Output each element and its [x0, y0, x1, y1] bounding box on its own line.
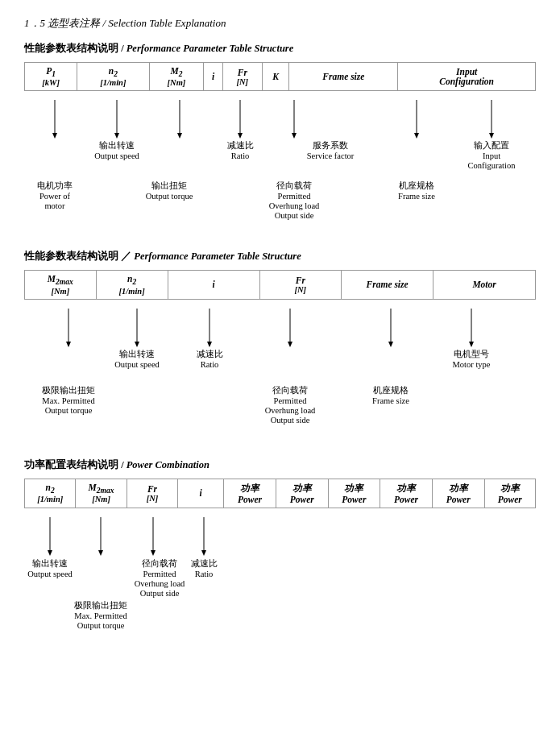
th-n2: n2[1/min] — [77, 63, 149, 91]
th3-power5: 功率Power — [432, 479, 484, 508]
section1-block: 性能参数表结构说明 / Performance Parameter Table … — [24, 42, 536, 232]
svg-text:极限输出扭矩: 极限输出扭矩 — [41, 385, 95, 395]
svg-marker-11 — [414, 133, 419, 139]
th-input-config: InputConfiguration — [398, 63, 536, 91]
svg-marker-39 — [207, 342, 212, 347]
page-title: 1．5 选型表注释 / Selection Table Explanation — [24, 16, 536, 31]
svg-text:Configuration: Configuration — [468, 161, 516, 170]
section2-diagram: 输出转速 Output speed 减速比 Ratio 电机型号 Motor t… — [24, 305, 536, 437]
section3-table: n2[1/min] M2max[Nm] Fr[N] i 功率Power 功率Po… — [24, 479, 536, 508]
svg-text:输出扭矩: 输出扭矩 — [151, 180, 187, 190]
svg-text:Output  torque: Output torque — [45, 406, 93, 415]
svg-text:Permitted: Permitted — [278, 192, 312, 201]
svg-marker-41 — [288, 342, 292, 347]
th-k: K — [262, 63, 288, 91]
svg-text:Overhung load: Overhung load — [265, 406, 316, 415]
svg-marker-37 — [135, 342, 139, 347]
svg-text:减速比: 减速比 — [197, 349, 223, 358]
th-i: i — [204, 63, 222, 91]
th3-power1: 功率Power — [224, 479, 276, 508]
section1-table: P1[kW] n2[1/min] M2[Nm] i Fr[N] K Frame … — [24, 62, 536, 91]
th-fr: Fr[N] — [222, 63, 262, 91]
svg-text:Output torque: Output torque — [146, 192, 193, 201]
svg-text:Output speed: Output speed — [114, 360, 160, 369]
svg-text:Input: Input — [483, 151, 500, 160]
svg-text:输出转速: 输出转速 — [99, 140, 135, 150]
svg-text:Ratio: Ratio — [231, 151, 250, 160]
section1-diagram: 输出转速 Output speed 减速比 Ratio 服务系数 Service… — [24, 96, 536, 229]
th2-motor: Motor — [433, 271, 536, 299]
svg-text:Output side: Output side — [275, 211, 314, 220]
svg-text:径向载荷: 径向载荷 — [276, 180, 312, 190]
svg-text:Ratio: Ratio — [201, 360, 219, 369]
svg-text:电机功率: 电机功率 — [37, 180, 73, 190]
svg-marker-43 — [388, 342, 393, 347]
th2-fr: Fr[N] — [259, 271, 341, 299]
svg-text:Ratio: Ratio — [195, 570, 214, 578]
svg-text:Output speed: Output speed — [27, 570, 73, 578]
th3-power6: 功率Power — [484, 479, 536, 508]
th3-power4: 功率Power — [380, 479, 433, 508]
section3-block: 功率配置表结构说明 / Power Combination n2[1/min] … — [24, 458, 536, 665]
svg-text:输出转速: 输出转速 — [32, 558, 68, 568]
svg-text:Frame size: Frame size — [398, 192, 435, 201]
svg-text:Output speed: Output speed — [94, 151, 139, 160]
svg-text:电机型号: 电机型号 — [454, 349, 489, 358]
th-framesize: Frame size — [289, 63, 398, 91]
svg-marker-7 — [238, 133, 243, 139]
svg-text:机座规格: 机座规格 — [373, 385, 409, 395]
svg-text:极限输出扭矩: 极限输出扭矩 — [73, 600, 127, 610]
svg-text:Service factor: Service factor — [307, 151, 355, 160]
th3-power3: 功率Power — [328, 479, 380, 508]
th2-i: i — [168, 271, 259, 299]
svg-marker-66 — [151, 550, 156, 556]
svg-marker-13 — [489, 133, 494, 139]
svg-text:Motor type: Motor type — [453, 360, 491, 369]
svg-text:输入配置: 输入配置 — [474, 140, 509, 150]
svg-text:径向载荷: 径向载荷 — [142, 558, 177, 568]
th3-fr: Fr[N] — [127, 479, 177, 508]
svg-marker-1 — [52, 133, 57, 139]
svg-text:Permitted: Permitted — [143, 570, 177, 578]
section2-block: 性能参数表结构说明 ／ Performance Parameter Table … — [24, 250, 536, 440]
svg-marker-3 — [114, 133, 119, 139]
section3-title: 功率配置表结构说明 / Power Combination — [24, 458, 536, 472]
svg-marker-5 — [177, 133, 182, 139]
th2-framesize: Frame size — [342, 271, 433, 299]
svg-text:减速比: 减速比 — [227, 140, 254, 150]
svg-marker-68 — [201, 550, 206, 556]
th3-m2max: M2max[Nm] — [76, 479, 127, 508]
section3-diagram: 输出转速 Output speed 径向载荷 Permitted Overhun… — [24, 513, 536, 662]
th2-n2: n2[1/min] — [96, 271, 168, 299]
section1-title: 性能参数表结构说明 / Performance Parameter Table … — [24, 42, 536, 56]
svg-text:服务系数: 服务系数 — [313, 140, 348, 150]
svg-text:减速比: 减速比 — [191, 558, 218, 568]
th-p1: P1[kW] — [25, 63, 77, 91]
th3-i: i — [178, 479, 224, 508]
svg-text:径向载荷: 径向载荷 — [272, 385, 308, 395]
svg-marker-45 — [469, 342, 474, 347]
svg-marker-64 — [98, 550, 103, 556]
svg-text:Max. Permitted: Max. Permitted — [42, 396, 95, 405]
svg-text:Overhung load: Overhung load — [269, 201, 320, 210]
section2-title: 性能参数表结构说明 ／ Performance Parameter Table … — [24, 250, 536, 263]
svg-text:Output side: Output side — [271, 416, 310, 425]
th3-n2: n2[1/min] — [25, 479, 76, 508]
svg-text:输出转速: 输出转速 — [119, 349, 155, 358]
svg-text:Overhung load: Overhung load — [135, 579, 185, 588]
section2-table: M2max[Nm] n2[1/min] i Fr[N] Frame size M… — [24, 270, 536, 299]
svg-text:Permitted: Permitted — [274, 396, 308, 405]
svg-text:Output  torque: Output torque — [77, 621, 125, 630]
svg-text:Frame size: Frame size — [372, 396, 409, 405]
th-m2: M2[Nm] — [149, 63, 204, 91]
svg-text:Output side: Output side — [140, 589, 180, 598]
th3-power2: 功率Power — [276, 479, 328, 508]
svg-text:motor: motor — [44, 201, 65, 210]
svg-text:Power of: Power of — [39, 192, 71, 201]
svg-marker-9 — [292, 133, 297, 139]
th2-m2max: M2max[Nm] — [25, 271, 97, 299]
svg-text:Max. Permitted: Max. Permitted — [74, 611, 127, 620]
svg-text:机座规格: 机座规格 — [399, 180, 434, 190]
svg-marker-62 — [48, 550, 52, 556]
svg-marker-35 — [66, 342, 71, 347]
